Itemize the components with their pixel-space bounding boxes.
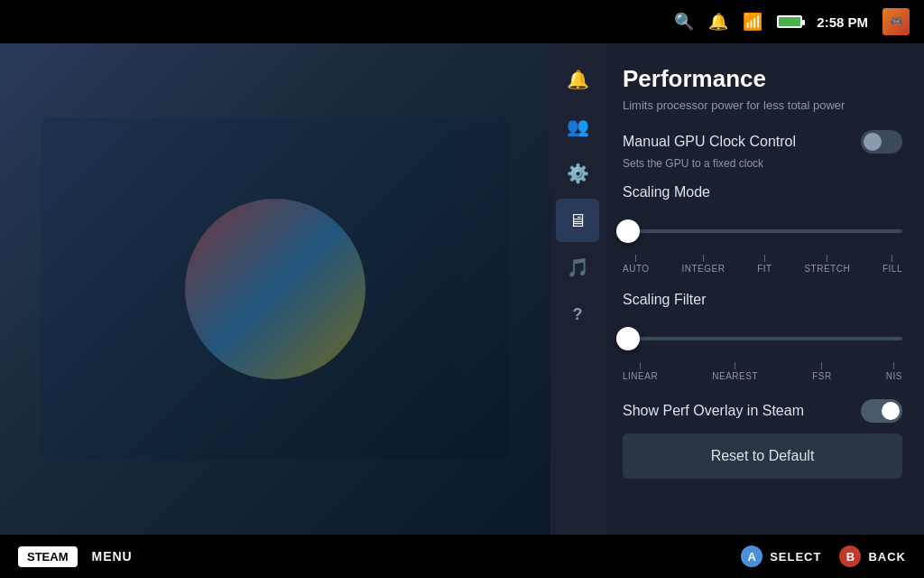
scaling-mode-ticks: AUTO INTEGER FIT STRETCH FILL xyxy=(623,255,902,274)
b-button[interactable]: B xyxy=(839,545,861,567)
gpu-clock-toggle-knob xyxy=(864,133,882,151)
tick-mark-stretch xyxy=(827,255,827,262)
a-button[interactable]: A xyxy=(741,545,762,567)
performance-panel: Performance Limits processor power for l… xyxy=(605,43,924,535)
status-icons: 🔍 🔔 📶 2:58 PM 🎮 xyxy=(674,8,910,35)
tick-label-fit: FIT xyxy=(757,264,772,274)
tick-label-nearest: NEAREST xyxy=(712,371,758,381)
scaling-filter-section: Scaling Filter LINEAR NEAREST FSR NI xyxy=(623,292,902,381)
steam-badge: STEAM xyxy=(18,546,78,567)
bottom-bar: STEAM MENU A SELECT B BACK xyxy=(0,535,924,578)
clock: 2:58 PM xyxy=(817,14,868,30)
tick-mark-linear xyxy=(640,362,641,369)
tick-label-stretch: STRETCH xyxy=(804,264,850,274)
top-bar: 🔍 🔔 📶 2:58 PM 🎮 xyxy=(0,0,924,43)
music-sidebar-icon: 🎵 xyxy=(567,256,589,278)
display-sidebar-icon: 🖥 xyxy=(568,210,587,231)
tick-label-integer: INTEGER xyxy=(681,264,725,274)
tick-mark-fsr xyxy=(821,362,822,369)
notification-sidebar-icon: 🔔 xyxy=(567,69,589,90)
tick-label-fsr: FSR xyxy=(812,371,832,381)
friends-sidebar-icon: 👥 xyxy=(567,116,589,137)
bottom-right-controls: A SELECT B BACK xyxy=(741,545,906,567)
select-button-group[interactable]: A SELECT xyxy=(741,545,821,567)
game-card xyxy=(41,117,510,461)
gpu-clock-sub: Sets the GPU to a fixed clock xyxy=(623,157,902,170)
sidebar-item-settings[interactable]: ⚙️ xyxy=(556,152,599,195)
perf-overlay-toggle[interactable] xyxy=(861,399,902,423)
sidebar-item-music[interactable]: 🎵 xyxy=(556,246,599,289)
tick-auto: AUTO xyxy=(623,255,650,274)
wireless-icon: 📶 xyxy=(743,12,762,32)
tick-mark-nearest xyxy=(735,362,735,369)
help-sidebar-icon: ? xyxy=(573,305,583,324)
select-label: SELECT xyxy=(770,550,821,564)
tick-nis: NIS xyxy=(886,362,902,381)
tick-mark-nis xyxy=(893,362,894,369)
scaling-filter-label: Scaling Filter xyxy=(623,292,902,308)
scaling-filter-track xyxy=(623,337,902,340)
tick-label-fill: FILL xyxy=(882,264,902,274)
tick-linear: LINEAR xyxy=(623,362,658,381)
gpu-clock-label: Manual GPU Clock Control xyxy=(623,134,796,150)
tick-mark-auto xyxy=(635,255,636,262)
panel-title: Performance xyxy=(623,65,902,93)
settings-sidebar-icon: ⚙️ xyxy=(567,163,589,184)
back-button-group[interactable]: B BACK xyxy=(839,545,906,567)
battery-icon xyxy=(777,15,802,28)
sidebar-item-notification[interactable]: 🔔 xyxy=(556,58,599,101)
sidebar-item-display[interactable]: 🖥 xyxy=(556,199,599,242)
tick-fsr: FSR xyxy=(812,362,832,381)
avatar-img: 🎮 xyxy=(890,15,903,28)
scaling-filter-ticks: LINEAR NEAREST FSR NIS xyxy=(623,362,902,381)
tick-fill: FILL xyxy=(882,255,902,274)
gpu-clock-row: Manual GPU Clock Control xyxy=(623,130,902,154)
tick-mark-fit xyxy=(764,255,765,262)
reset-to-default-button[interactable]: Reset to Default xyxy=(623,434,902,479)
panel-subtitle: Limits processor power for less total po… xyxy=(623,98,902,112)
avatar[interactable]: 🎮 xyxy=(882,8,910,35)
tick-fit: FIT xyxy=(757,255,772,274)
scaling-filter-slider-container[interactable] xyxy=(623,321,902,357)
tick-mark-integer xyxy=(703,255,704,262)
blur-background xyxy=(0,43,550,535)
sidebar: 🔔 👥 ⚙️ 🖥 🎵 ? xyxy=(550,43,605,535)
menu-label: MENU xyxy=(92,549,133,564)
scaling-filter-thumb[interactable] xyxy=(616,327,640,350)
perf-overlay-toggle-knob xyxy=(882,402,900,420)
perf-overlay-row: Show Perf Overlay in Steam xyxy=(623,399,902,423)
perf-overlay-label: Show Perf Overlay in Steam xyxy=(623,403,804,419)
scaling-mode-thumb[interactable] xyxy=(616,219,640,243)
tick-label-linear: LINEAR xyxy=(623,371,658,381)
search-icon[interactable]: 🔍 xyxy=(674,12,694,32)
tick-label-nis: NIS xyxy=(886,371,902,381)
scaling-mode-label: Scaling Mode xyxy=(623,184,902,200)
tick-nearest: NEAREST xyxy=(712,362,758,381)
sidebar-item-friends[interactable]: 👥 xyxy=(556,105,599,148)
tick-integer: INTEGER xyxy=(681,255,725,274)
tick-stretch: STRETCH xyxy=(804,255,850,274)
scaling-mode-section: Scaling Mode AUTO INTEGER FIT STRETC xyxy=(623,184,902,274)
tick-label-auto: AUTO xyxy=(623,264,650,274)
game-logo xyxy=(185,199,365,379)
background-content xyxy=(0,43,550,535)
tick-mark-fill xyxy=(892,255,892,262)
notification-icon[interactable]: 🔔 xyxy=(708,12,728,32)
gpu-clock-toggle[interactable] xyxy=(861,130,902,154)
back-label: BACK xyxy=(868,550,906,564)
sidebar-item-help[interactable]: ? xyxy=(556,293,599,336)
scaling-mode-slider-container[interactable] xyxy=(623,213,902,249)
scaling-mode-track xyxy=(623,229,902,233)
